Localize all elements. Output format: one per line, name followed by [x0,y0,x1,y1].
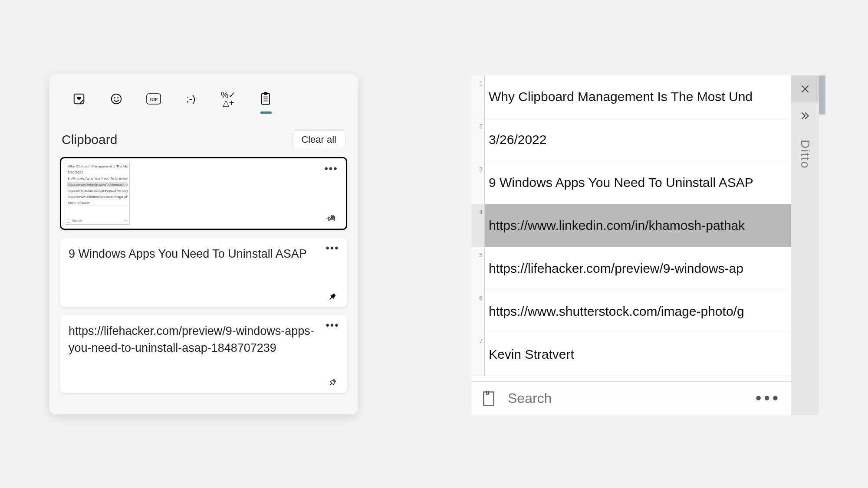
svg-point-1 [112,94,122,104]
tab-clipboard[interactable] [257,87,274,111]
note-icon[interactable] [482,391,496,406]
clipboard-item-text: 9 Windows Apps You Need To Uninstall ASA… [69,246,320,262]
tab-kaomoji[interactable]: ;-) [182,87,200,111]
ditto-item-index: 4 [471,204,485,247]
ditto-item-text: https://www.shutterstock.com/image-photo… [485,290,791,333]
item-more-icon[interactable]: ••• [326,320,339,331]
ditto-item[interactable]: 7 Kevin Stratvert [471,333,791,376]
gif-icon: GIF [146,93,161,105]
clipboard-header: Clipboard Clear all [58,130,349,149]
svg-point-2 [114,97,115,98]
ditto-item-index: 1 [471,75,485,118]
symbols-icon: %✓△+ [221,91,236,107]
scrollbar-thumb[interactable] [819,75,825,115]
ditto-search-bar: ••• [471,381,791,415]
ditto-search-input[interactable] [508,390,743,406]
item-more-icon[interactable]: ••• [324,164,338,174]
svg-point-3 [117,97,118,98]
clipboard-list: Why Clipboard Management Is The Most Und… [58,157,349,393]
ditto-item[interactable]: 3 9 Windows Apps You Need To Uninstall A… [471,161,791,204]
close-icon [799,83,811,95]
close-button[interactable] [791,75,819,102]
ditto-item[interactable]: 2 3/26/2022 [471,118,791,161]
clipboard-item[interactable]: 9 Windows Apps You Need To Uninstall ASA… [60,238,347,307]
emoji-panel-tabs: GIF ;-) %✓△+ [58,87,349,111]
ditto-item[interactable]: 1 Why Clipboard Management Is The Most U… [471,75,791,118]
clipboard-icon [260,92,272,106]
ditto-panel: 1 Why Clipboard Management Is The Most U… [471,75,819,415]
kaomoji-icon: ;-) [187,93,196,105]
sticker-heart-icon [72,92,85,105]
pin-icon[interactable] [327,377,338,388]
note-icon [67,219,70,223]
tab-recent[interactable] [70,87,88,111]
emoji-icon [110,92,123,105]
ditto-more-icon[interactable]: ••• [756,389,781,408]
clipboard-item[interactable]: Why Clipboard Management Is The Most Und… [60,157,347,230]
ditto-sidebar: Ditto [791,75,819,415]
pin-icon[interactable] [326,213,336,223]
pin-filled-icon[interactable] [327,291,338,302]
ditto-item-text: https://www.linkedin.com/in/khamosh-path… [485,204,791,247]
clipboard-item-text: https://lifehacker.com/preview/9-windows… [69,323,320,357]
ditto-brand-label: Ditto [798,129,812,415]
ditto-item-text: 9 Windows Apps You Need To Uninstall ASA… [485,161,791,204]
svg-rect-11 [67,219,70,223]
svg-rect-16 [487,391,489,394]
ditto-item[interactable]: 4 https://www.linkedin.com/in/khamosh-pa… [471,204,791,247]
clipboard-item[interactable]: https://lifehacker.com/preview/9-windows… [60,315,347,393]
ditto-item-text: https://lifehacker.com/preview/9-windows… [485,247,791,290]
ditto-item-text: Kevin Stratvert [485,333,791,376]
ditto-item-index: 6 [471,290,485,333]
ditto-item-index: 3 [471,161,485,204]
clipboard-image-thumbnail: Why Clipboard Management Is The Most Und… [65,162,130,225]
ditto-item-index: 2 [471,118,485,161]
chevron-double-right-icon [799,110,812,121]
ditto-item-text: Why Clipboard Management Is The Most Und [485,75,791,118]
ditto-item-text: 3/26/2022 [485,118,791,161]
tab-emoji[interactable] [108,87,125,111]
tab-symbols[interactable]: %✓△+ [220,87,237,111]
ditto-item[interactable]: 6 https://www.shutterstock.com/image-pho… [471,290,791,333]
ditto-item[interactable]: 5 https://lifehacker.com/preview/9-windo… [471,247,791,290]
ditto-list: 1 Why Clipboard Management Is The Most U… [471,75,791,381]
clipboard-title: Clipboard [62,132,117,147]
windows-clipboard-panel: GIF ;-) %✓△+ Clipboard Clear all Why Cl [49,74,358,414]
ditto-item-index: 5 [471,247,485,290]
expand-button[interactable] [791,102,819,129]
clear-all-button[interactable]: Clear all [292,130,345,149]
ditto-item-index: 7 [471,333,485,376]
tab-gif[interactable]: GIF [145,87,162,111]
svg-text:GIF: GIF [149,97,158,102]
ditto-main: 1 Why Clipboard Management Is The Most U… [471,75,791,415]
item-more-icon[interactable]: ••• [326,243,339,253]
